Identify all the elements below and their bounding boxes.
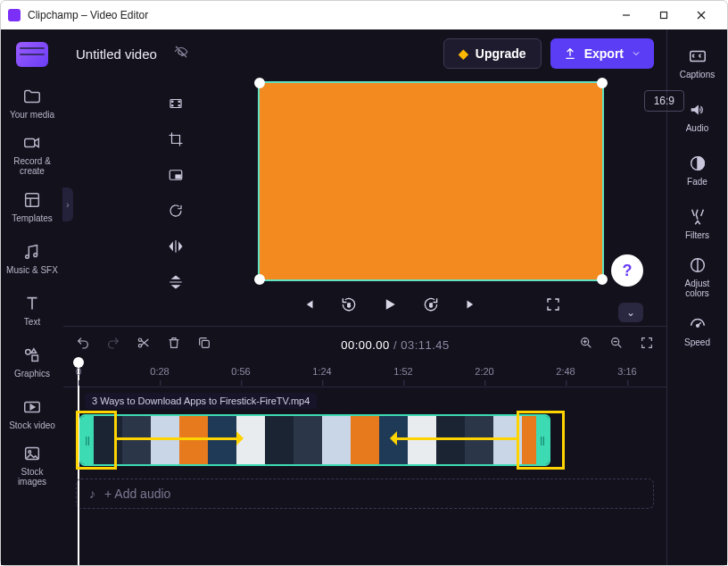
resize-handle[interactable] (597, 274, 608, 285)
nav-your-media[interactable]: Your media (5, 79, 59, 126)
timeline-ruler[interactable]: 0 0:28 0:56 1:24 1:52 2:20 2:48 3:16 (63, 362, 666, 387)
annotation-box (517, 411, 565, 470)
project-title[interactable]: Untitled video (76, 46, 157, 62)
duplicate-button[interactable] (197, 336, 211, 354)
nav-label: Your media (10, 110, 54, 120)
svg-rect-26 (202, 340, 209, 347)
nav-label: Music & SFX (6, 265, 58, 275)
close-button[interactable] (682, 3, 720, 28)
fit-tool[interactable] (162, 90, 189, 117)
chevron-down-icon (631, 48, 641, 59)
resize-handle[interactable] (597, 78, 608, 88)
rnav-captions[interactable]: Captions (673, 38, 723, 87)
nav-label: Text (24, 317, 40, 327)
nav-text[interactable]: Text (5, 287, 59, 333)
rnav-adjust-colors[interactable]: Adjust colors (673, 253, 723, 301)
ruler-tick: 1:52 (393, 366, 412, 377)
zoom-in-button[interactable] (579, 336, 593, 354)
pip-tool[interactable] (162, 162, 189, 188)
rnav-label: Filters (685, 230, 709, 240)
flip-vertical-tool[interactable] (162, 269, 189, 295)
play-button[interactable] (381, 295, 399, 317)
split-button[interactable] (136, 336, 151, 354)
nav-label: Record & create (5, 156, 59, 176)
redo-button[interactable] (106, 336, 120, 354)
rnav-label: Captions (680, 70, 715, 79)
svg-point-9 (34, 253, 37, 256)
rnav-fade[interactable]: Fade (673, 146, 723, 194)
upload-icon (563, 46, 577, 61)
add-audio-track[interactable]: ♪ + Add audio (76, 479, 654, 509)
titlebar: Clipchamp – Video Editor (1, 1, 727, 29)
nav-music-sfx[interactable]: Music & SFX (5, 235, 59, 281)
rnav-label: Audio (686, 123, 709, 133)
svg-text:5: 5 (347, 303, 350, 308)
help-button[interactable]: ? (611, 254, 643, 287)
minimize-button[interactable] (608, 3, 645, 28)
rnav-label: Speed (684, 337, 710, 347)
nav-stock-video[interactable]: Stock video (5, 390, 59, 437)
rotate-tool[interactable] (162, 197, 189, 224)
timeline-panel: 00:00.00 / 03:11.45 0 0:28 0:56 1:24 1:5… (63, 326, 666, 565)
resize-handle[interactable] (254, 274, 265, 285)
ruler-tick: 2:48 (556, 366, 575, 377)
playback-controls: 5 5 (258, 295, 604, 317)
upgrade-button[interactable]: ◆ Upgrade (443, 38, 542, 69)
ruler-tick: 2:20 (475, 366, 493, 377)
ruler-tick: 0 (76, 366, 81, 377)
clip-thumbnails (94, 416, 536, 464)
svg-rect-21 (176, 175, 180, 179)
svg-point-32 (696, 324, 699, 327)
flip-horizontal-tool[interactable] (162, 233, 189, 260)
svg-point-8 (26, 254, 29, 258)
nav-label: Graphics (14, 369, 50, 379)
video-preview[interactable] (258, 81, 604, 281)
ruler-tick: 1:24 (312, 366, 331, 377)
maximize-button[interactable] (645, 3, 682, 28)
rnav-filters[interactable]: Filters (673, 199, 723, 247)
nav-stock-images[interactable]: Stock images (5, 442, 59, 488)
resize-handle[interactable] (254, 78, 265, 88)
rnav-label: Fade (687, 177, 707, 187)
annotation-arrow (117, 437, 242, 440)
svg-point-18 (172, 105, 174, 107)
svg-point-16 (172, 101, 174, 103)
collapse-panel-button[interactable]: ⌄ (618, 303, 643, 322)
aspect-ratio-button[interactable]: 16:9 (644, 90, 684, 112)
time-display: 00:00.00 / 03:11.45 (228, 338, 563, 352)
skip-start-button[interactable] (301, 296, 317, 316)
zoom-fit-button[interactable] (640, 336, 654, 354)
nav-templates[interactable]: Templates (5, 183, 59, 229)
top-bar: Untitled video ◆ Upgrade Export (63, 29, 666, 78)
svg-point-14 (29, 451, 31, 454)
ruler-tick: 3:16 (617, 366, 636, 377)
app-logo-icon (8, 9, 21, 21)
left-sidebar: Your media Record & create Templates Mus… (1, 29, 63, 565)
zoom-out-button[interactable] (609, 336, 624, 354)
undo-button[interactable] (76, 336, 90, 354)
rewind-5s-button[interactable]: 5 (340, 295, 358, 317)
upgrade-label: Upgrade (476, 46, 526, 61)
rnav-speed[interactable]: Speed (673, 306, 723, 354)
nav-label: Stock images (5, 467, 59, 487)
svg-point-17 (178, 101, 180, 103)
svg-point-19 (178, 105, 180, 107)
annotation-box (76, 411, 117, 470)
forward-5s-button[interactable]: 5 (422, 295, 440, 317)
window-title: Clipchamp – Video Editor (28, 9, 608, 21)
skip-end-button[interactable] (463, 296, 479, 316)
music-note-icon: ♪ (89, 487, 95, 501)
fullscreen-button[interactable] (545, 296, 561, 316)
svg-rect-4 (25, 138, 35, 146)
svg-rect-11 (32, 355, 37, 361)
svg-point-10 (26, 349, 31, 354)
video-clip[interactable]: || || (79, 414, 550, 466)
export-button[interactable]: Export (550, 38, 654, 69)
delete-button[interactable] (167, 336, 181, 354)
visibility-icon[interactable] (173, 44, 189, 63)
clipchamp-logo-icon[interactable] (16, 42, 48, 67)
nav-label: Templates (12, 213, 53, 223)
nav-record-create[interactable]: Record & create (5, 131, 59, 178)
nav-graphics[interactable]: Graphics (5, 338, 59, 385)
crop-tool[interactable] (162, 126, 189, 153)
